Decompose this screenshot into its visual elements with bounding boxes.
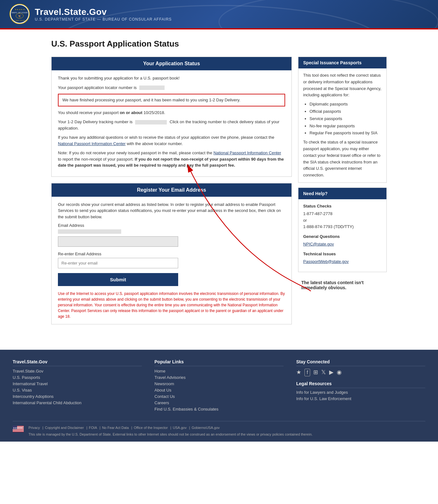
agency-name: U.S. DEPARTMENT OF STATE — BUREAU OF CON… [35,17,172,22]
footer-link-contact-us[interactable]: Contact Us [154,394,284,399]
privacy-text: Use of the Internet to access your U.S. … [58,291,285,319]
footer-bottom-link-copyright[interactable]: Copyright and Disclaimer [45,425,87,431]
social-icon-facebook[interactable]: f [304,369,310,376]
footer-disclaimer-text: This site is managed by the U.S. Departm… [28,432,313,437]
footer-bottom-link-gobierno[interactable]: GobiernoUSA.gov [191,425,221,431]
footer-link-careers[interactable]: Careers [154,400,284,405]
svg-text:★ ★ ★ ★ ★: ★ ★ ★ ★ ★ [15,9,25,10]
contact-text: If you have any additional questions or … [58,134,285,147]
application-status-header: Your Application Status [52,57,291,70]
status-highlight-box: We have finished processing your passpor… [58,94,285,106]
svg-rect-19 [13,431,24,432]
phone2: 1-888-874-7793 (TDD/TTY) [303,224,382,230]
footer-link-travel-advisories[interactable]: Travel Advisories [154,375,284,380]
footer-col1-title: Travel.State.Gov [13,359,142,366]
list-item: Official passports [310,108,382,115]
social-icon-twitter[interactable]: 𝕏 [321,369,326,376]
npic-link-2[interactable]: National Passport Information Center [213,150,281,155]
right-column: Special Issuance Passports This tool doe… [298,57,387,298]
footer-bottom-text: Privacy Copyright and Disclaimer FOIA No… [28,425,313,437]
technical-issues-section: Technical Issues PassportWeb@state.gov [303,251,382,265]
footer-bottom-link-privacy[interactable]: Privacy [28,425,43,431]
svg-rect-17 [13,430,24,431]
general-questions-title: General Questions [303,233,382,240]
status-checks-title: Status Checks [303,203,382,210]
email-current-value [58,229,121,234]
reenter-email-input[interactable] [58,258,178,268]
social-icon-youtube[interactable]: ▶ [329,369,334,376]
svg-rect-18 [13,431,24,431]
site-footer: Travel.State.Gov Travel.State.Gov U.S. P… [0,350,438,442]
status-checks-section: Status Checks 1-877-487-2778 or 1-888-87… [303,203,382,230]
email-registration-card: Register Your Email Address Our records … [51,183,292,325]
footer-bottom-link-nofear[interactable]: No Fear Act Data [102,425,132,431]
passport-web-email-link[interactable]: PassportWeb@state.gov [303,259,349,264]
department-seal: ★ ★ ★ ★ ★ DEPT. OF STATE 🦅 U.S. DEPT. OF… [9,4,30,24]
footer-bottom-link-inspector[interactable]: Office of the Inspector [134,425,171,431]
intro-text: Thank you for submitting your applicatio… [58,75,285,81]
reenter-email-field-group: Re-enter Email Address [58,252,285,268]
delivery-date-text: You should receive your passport on or a… [58,110,285,116]
email-description: Our records show your current email addr… [58,201,285,220]
footer-bottom-link-foia[interactable]: FOIA [89,425,101,431]
email-input[interactable] [58,236,178,247]
footer-col3-title: Stay Connected [296,359,425,366]
npic-email-link[interactable]: NPIC@state.gov [303,242,334,246]
site-title: Travel.State.Gov [35,7,172,17]
footer-link-embassies[interactable]: Find U.S. Embassies & Consulates [154,407,284,411]
npic-link-1[interactable]: National Passport Information Center [58,141,126,146]
application-status-card: Your Application Status Thank you for su… [51,57,292,177]
footer-col-travel: Travel.State.Gov Travel.State.Gov U.S. P… [13,359,142,413]
main-content: U.S. Passport Application Status Your Ap… [45,29,393,340]
footer-link-us-visas[interactable]: U.S. Visas [13,388,142,392]
email-registration-header: Register Your Email Address [52,183,291,197]
footer-link-newsroom[interactable]: Newsroom [154,381,284,386]
tracking-text: Your 1-2 Day Delivery tracking number is… [58,119,285,131]
site-header: ★ ★ ★ ★ ★ DEPT. OF STATE 🦅 U.S. DEPT. OF… [0,0,438,28]
footer-link-law-enforcement[interactable]: Info for U.S. Law Enforcement [296,396,425,401]
footer-grid: Travel.State.Gov Travel.State.Gov U.S. P… [13,359,425,413]
list-item: Service passports [310,116,382,122]
footer-link-travel-state-gov[interactable]: Travel.State.Gov [13,369,142,373]
content-layout: Your Application Status Thank you for su… [51,57,387,331]
footer-link-lawyers[interactable]: Info for Lawyers and Judges [296,390,425,395]
footer-bottom-link-usa[interactable]: USA.gov [173,425,190,431]
social-icon-rss[interactable]: ◉ [337,369,342,376]
phone1: 1-877-487-2778 [303,211,382,217]
legal-resources-title: Legal Resources [296,381,425,388]
svg-rect-20 [13,431,24,432]
header-text-group: Travel.State.Gov U.S. DEPARTMENT OF STAT… [35,7,172,22]
svg-rect-16 [13,430,24,430]
special-issuance-list: Diplomatic passports Official passports … [303,101,382,137]
annotation-note: The latest status content isn't immediat… [298,277,387,293]
page-title: U.S. Passport Application Status [51,39,387,49]
need-help-body: Status Checks 1-877-487-2778 or 1-888-87… [298,199,386,272]
social-icon-star[interactable]: ★ [296,369,301,376]
email-field-group: Email Address [58,223,285,247]
reenter-email-label: Re-enter Email Address [58,252,285,256]
footer-link-international-parental[interactable]: International Parental Child Abduction [13,400,142,405]
svg-text:U.S. DEPT. OF STATE: U.S. DEPT. OF STATE [12,20,27,22]
social-icon-flickr[interactable]: ⊞ [313,369,318,376]
footer-bottom-links: Privacy Copyright and Disclaimer FOIA No… [28,425,313,431]
special-issuance-header: Special Issuance Passports [298,57,386,68]
left-column: Your Application Status Thank you for su… [51,57,292,331]
tracking-number-placeholder [135,120,167,124]
list-item: Diplomatic passports [310,101,382,108]
phone-or: or [303,217,382,224]
footer-col2-title: Popular Links [154,359,284,366]
footer-col-popular: Popular Links Home Travel Advisories New… [154,359,284,413]
footer-link-intercountry-adoptions[interactable]: Intercountry Adoptions [13,394,142,399]
footer-link-about-us[interactable]: About Us [154,388,284,392]
general-questions-section: General Questions NPIC@state.gov [303,233,382,248]
list-item: No-fee regular passports [310,123,382,130]
svg-rect-15 [13,429,24,430]
footer-col-connected: Stay Connected ★ f ⊞ 𝕏 ▶ ◉ Legal Resourc… [296,359,425,413]
footer-link-home[interactable]: Home [154,369,284,373]
svg-text:★★★★★★: ★★★★★★ [13,427,22,429]
locator-number-placeholder [139,86,165,90]
footer-link-international-travel[interactable]: International Travel [13,381,142,386]
list-item: Regular Fee passports issued by SIA [310,130,382,137]
footer-link-us-passports[interactable]: U.S. Passports [13,375,142,380]
submit-button[interactable]: Submit [58,273,178,286]
